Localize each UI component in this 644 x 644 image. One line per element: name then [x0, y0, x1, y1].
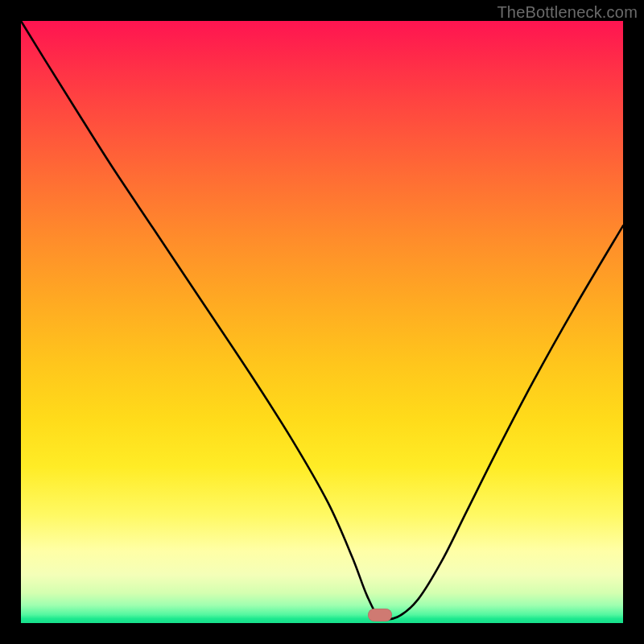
optimal-marker	[368, 609, 392, 621]
watermark-text: TheBottleneck.com	[497, 3, 638, 22]
plot-area	[21, 21, 623, 623]
bottleneck-curve	[21, 21, 623, 623]
chart-frame: TheBottleneck.com	[0, 0, 644, 644]
